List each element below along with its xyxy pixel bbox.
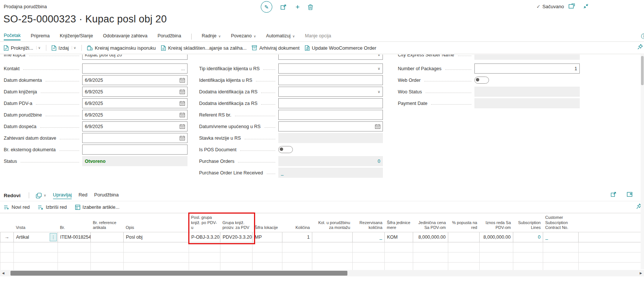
col-jedinicna-cena[interactable]: Jedinična cena Sa PDV-om bbox=[413, 213, 448, 232]
col-posl-grupa-knjiz[interactable]: Posl. grupa knjiž. po PDV-u bbox=[189, 213, 220, 232]
identifikacija-klijenta-input[interactable] bbox=[278, 75, 383, 85]
calendar-icon[interactable] bbox=[180, 89, 185, 94]
select-items-button[interactable]: Izaberite artikle... bbox=[75, 204, 120, 210]
referent-rs-input[interactable] bbox=[278, 110, 383, 120]
new-button[interactable]: + bbox=[295, 3, 300, 11]
col-rezervisana-kolicina[interactable]: Rezervisana količina bbox=[353, 213, 385, 232]
cell-rezervisana-kolicina[interactable]: _ bbox=[353, 232, 385, 242]
zahtevani-datum-dostave-input[interactable] bbox=[82, 133, 188, 143]
breadcrumb[interactable]: Prodajna porudžbina bbox=[4, 4, 47, 9]
col-sifra-lokacije[interactable]: Šifra lokacije bbox=[253, 213, 282, 232]
cell-sifra-jedinice[interactable]: KOM bbox=[385, 232, 413, 242]
customer-name-field[interactable]: Kupac posl obj 20 bbox=[82, 55, 188, 60]
purchase-orders-drilldown[interactable]: 0 bbox=[281, 159, 380, 164]
calendar-icon[interactable] bbox=[180, 78, 185, 83]
delete-button[interactable] bbox=[308, 4, 313, 10]
datum-vreme-upucenog-input[interactable] bbox=[278, 121, 383, 131]
archive-document-button[interactable]: Arhiviraj dokument bbox=[252, 45, 300, 51]
lookup-ellipsis-icon[interactable]: ... bbox=[181, 66, 185, 71]
cell-kol-u-porudzbinu[interactable] bbox=[312, 232, 353, 242]
calendar-icon[interactable] bbox=[375, 124, 380, 129]
cell-subscription-lines[interactable]: 0 bbox=[513, 232, 543, 242]
menu-automatizuj[interactable]: Automatizuj∨ bbox=[266, 33, 295, 40]
col-br-reference[interactable]: Br. reference artikala bbox=[91, 213, 124, 232]
calendar-icon[interactable] bbox=[180, 124, 185, 129]
cell-jedinicna-cena[interactable]: 8,000,000.00 bbox=[413, 232, 448, 242]
col-customer-subscription[interactable]: Customer Subscription Contract No. bbox=[543, 213, 579, 232]
col-kol-u-porudzbinu[interactable]: Kol. u porudžbinu za montažu bbox=[312, 213, 353, 232]
release-split-chevron[interactable]: ∨ bbox=[72, 46, 76, 50]
row-options-button[interactable]: ⋮ bbox=[50, 233, 57, 241]
lines-share-button[interactable] bbox=[611, 192, 617, 197]
cell-sifra-lokacije[interactable]: MP bbox=[253, 232, 282, 242]
cell-customer-subscription[interactable]: _ bbox=[543, 232, 579, 242]
col-popust[interactable]: % popusta na red bbox=[448, 213, 480, 232]
col-subscription-lines[interactable]: Subscription Lines bbox=[513, 213, 543, 232]
info-button[interactable]: ⓘ bbox=[641, 33, 644, 40]
dodatna-identifikacija-input[interactable] bbox=[278, 98, 383, 108]
cell-br[interactable]: ITEM-0018254 bbox=[58, 232, 91, 242]
clipped-select[interactable]: ∨ bbox=[278, 55, 383, 60]
br-eksternog-dokumenta-input[interactable] bbox=[82, 145, 188, 155]
cell-grupa-knjiz[interactable]: PDV20-3.3.20. bbox=[220, 232, 253, 242]
edit-button[interactable]: ✎ bbox=[261, 1, 272, 13]
lines-functions-button[interactable]: ∨ bbox=[36, 193, 46, 198]
is-pos-document-toggle[interactable] bbox=[278, 146, 293, 153]
calendar-icon[interactable] bbox=[180, 112, 185, 117]
chevron-down-icon[interactable]: ∨ bbox=[378, 66, 380, 71]
col-br[interactable]: Br. bbox=[58, 213, 91, 232]
col-vrsta[interactable]: Vrsta bbox=[14, 213, 58, 232]
open-in-window-button[interactable] bbox=[569, 3, 575, 9]
datum-dospeca-input[interactable]: 6/9/2025 bbox=[82, 121, 188, 131]
datum-dokumenta-input[interactable]: 6/9/2025 bbox=[82, 75, 188, 85]
post-button[interactable]: Proknjiži... ∨ bbox=[4, 45, 41, 51]
kontakt-input[interactable]: ... bbox=[82, 63, 188, 74]
collapse-button[interactable] bbox=[583, 3, 589, 9]
vertical-scrollbar-thumb[interactable] bbox=[641, 56, 644, 85]
menu-povezano[interactable]: Povezano∨ bbox=[231, 33, 256, 40]
cell-iznos-reda[interactable]: 8,000,000.00 bbox=[480, 232, 513, 242]
lines-tab-porudzbina[interactable]: Porudžbina bbox=[94, 192, 119, 199]
create-warehouse-shipment-button[interactable]: Kreiraj magacinsku isporuku bbox=[87, 45, 156, 51]
cell-popust[interactable] bbox=[448, 232, 480, 242]
tab-knjizenje-slanje[interactable]: Knjiženje/Slanje bbox=[60, 33, 93, 40]
cell-posl-grupa[interactable]: P-OBJ-3.3.20. bbox=[189, 232, 220, 242]
post-split-chevron[interactable]: ∨ bbox=[36, 46, 41, 50]
col-opis[interactable]: Opis bbox=[124, 213, 189, 232]
calendar-icon[interactable] bbox=[180, 136, 185, 140]
cell-br-reference[interactable] bbox=[91, 232, 124, 242]
chevron-down-icon[interactable]: ∨ bbox=[378, 55, 380, 57]
tab-pocetak[interactable]: Početak bbox=[4, 33, 21, 40]
datum-porudzbine-input[interactable]: 6/9/2025 bbox=[82, 110, 188, 120]
chevron-down-icon[interactable]: ∨ bbox=[378, 90, 380, 94]
col-grupa-knjiz-proizv[interactable]: Grupa knjiž. proizv. za PDV bbox=[220, 213, 253, 232]
lines-expand-button[interactable] bbox=[627, 192, 633, 197]
cell-vrsta[interactable]: Artikal bbox=[16, 235, 50, 240]
horizontal-scrollbar-thumb[interactable] bbox=[10, 271, 347, 276]
purchase-order-line-received-link[interactable]: _ bbox=[281, 170, 380, 176]
number-of-packages-input[interactable]: 1 bbox=[474, 63, 580, 74]
tab-priprema[interactable]: Priprema bbox=[31, 33, 50, 40]
lines-tab-red[interactable]: Red bbox=[78, 192, 87, 199]
menu-radnje[interactable]: Radnje∨ bbox=[202, 33, 221, 40]
share-button[interactable] bbox=[281, 4, 287, 10]
datum-knjizenja-input[interactable]: 6/9/2025 bbox=[82, 87, 188, 97]
menu-manje-opcija[interactable]: Manje opcija bbox=[305, 33, 331, 40]
web-order-toggle[interactable] bbox=[474, 77, 489, 84]
update-woocommerce-order-button[interactable]: Update WooCommerce Order bbox=[305, 45, 376, 51]
dodatna-identifikacija-select[interactable]: ∨ bbox=[278, 87, 383, 97]
release-button[interactable]: Izdaj ∨ bbox=[52, 45, 76, 51]
calendar-icon[interactable] bbox=[180, 101, 185, 106]
tab-porudzbina[interactable]: Porudžbina bbox=[158, 33, 181, 40]
new-line-button[interactable]: Novi red bbox=[4, 204, 30, 210]
tip-identifikacije-select[interactable]: ∨ bbox=[278, 63, 383, 74]
create-inventory-pick-button[interactable]: Kreiraj skladišten...ajanje sa zaliha... bbox=[161, 45, 247, 51]
col-kolicina[interactable]: Količina bbox=[282, 213, 312, 232]
delete-line-button[interactable]: Izbriši red bbox=[38, 204, 66, 210]
cell-opis[interactable]: Posl obj bbox=[124, 232, 189, 242]
lines-tab-upravljaj[interactable]: Upravljaj bbox=[53, 192, 72, 199]
datum-pdva-input[interactable]: 6/9/2025 bbox=[82, 98, 188, 108]
col-iznos-reda[interactable]: Iznos reda Sa PDV-om bbox=[480, 213, 513, 232]
scroll-left-arrow[interactable]: ◀ bbox=[0, 272, 6, 275]
scroll-right-arrow[interactable]: ▶ bbox=[638, 272, 644, 275]
